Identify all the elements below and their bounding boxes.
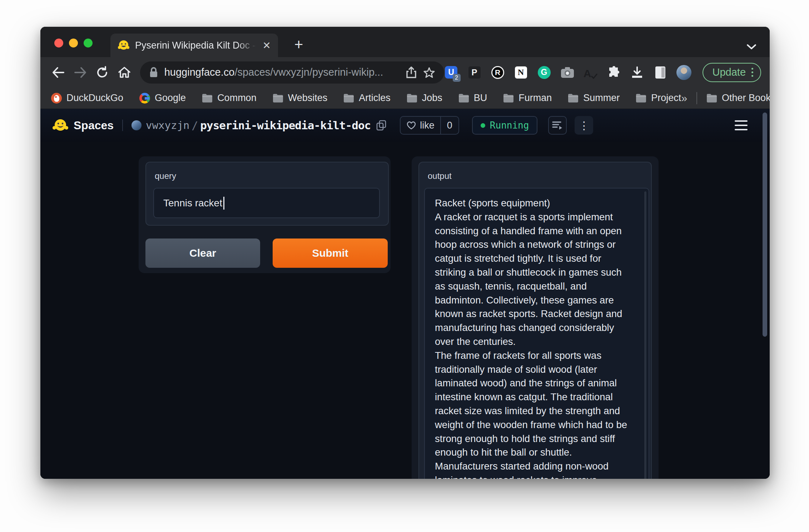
notion-extension-icon[interactable]: N: [514, 65, 528, 80]
output-textarea[interactable]: Racket (sports equipment) A racket or ra…: [424, 188, 649, 479]
bookmark-item[interactable]: Project: [636, 92, 681, 104]
new-tab-button[interactable]: +: [291, 36, 307, 53]
query-block: query Tennis racket: [145, 162, 389, 226]
r-extension-icon[interactable]: R: [491, 65, 505, 80]
font-checker-extension-icon[interactable]: A: [584, 65, 598, 80]
query-input-value: Tennis racket: [163, 197, 222, 209]
status-badge[interactable]: Running: [472, 116, 538, 135]
logs-button[interactable]: [548, 116, 567, 135]
bookmark-item[interactable]: Common: [202, 92, 257, 104]
tab-title: Pyserini Wikipedia Kilt Doc - a: [135, 40, 260, 51]
lock-icon: [149, 67, 158, 78]
hf-header: Spaces vwxyzjn / pyserini-wikipedia-kilt…: [40, 109, 770, 142]
bookmark-label: Common: [217, 92, 257, 104]
running-label: Running: [490, 120, 529, 131]
folder-icon: [458, 94, 469, 103]
other-bookmarks-label: Other Bookmarks: [722, 92, 770, 104]
owner-avatar[interactable]: [131, 120, 142, 130]
copy-name-icon[interactable]: [376, 120, 386, 131]
extensions-puzzle-icon[interactable]: [607, 65, 621, 80]
bookmark-item[interactable]: Google: [139, 92, 186, 104]
tab-close-icon[interactable]: ✕: [263, 40, 271, 51]
other-bookmarks-folder[interactable]: Other Bookmarks: [706, 92, 770, 104]
like-label: like: [420, 120, 435, 131]
hamburger-menu-icon[interactable]: [735, 120, 758, 130]
bookmarks-divider: [696, 92, 697, 104]
bookmark-label: Project: [651, 92, 681, 104]
url-path: /spaces/vwxyzjn/pyserini-wikip...: [234, 66, 383, 78]
bookmarks-overflow-chevron[interactable]: »: [681, 92, 687, 104]
folder-icon: [636, 94, 646, 103]
bookmark-item[interactable]: Websites: [273, 92, 328, 104]
bookmark-label: Websites: [288, 92, 328, 104]
bookmarks-bar: DuckDuckGoGoogleCommonWebsitesArticlesJo…: [40, 87, 770, 109]
page-scrollbar-thumb[interactable]: [763, 112, 767, 337]
like-button[interactable]: like 0: [400, 116, 459, 135]
query-panel: query Tennis racket Clear Submit: [139, 156, 391, 273]
update-label: Update: [713, 66, 746, 78]
p-extension-icon[interactable]: P: [467, 65, 482, 80]
bookmark-item[interactable]: Jobs: [407, 92, 442, 104]
url-domain: huggingface.co: [164, 66, 235, 78]
update-menu-dots-icon: [751, 68, 753, 77]
downloads-icon[interactable]: [630, 65, 644, 80]
bookmark-label: Jobs: [422, 92, 442, 104]
address-bar[interactable]: huggingface.co/spaces/vwxyzjn/pyserini-w…: [140, 61, 444, 84]
bookmark-item[interactable]: Summer: [568, 92, 620, 104]
spaces-brand[interactable]: Spaces: [74, 119, 114, 132]
more-options-button[interactable]: ⋮: [575, 116, 593, 135]
bookmark-item[interactable]: Furman: [503, 92, 552, 104]
like-count[interactable]: 0: [440, 117, 458, 134]
back-button[interactable]: [49, 63, 68, 82]
folder-icon: [568, 94, 579, 103]
header-separator: [122, 120, 123, 131]
bookmark-star-icon[interactable]: [423, 67, 435, 78]
output-text: Racket (sports equipment) A racket or ra…: [435, 196, 633, 479]
output-block: output Racket (sports equipment) A racke…: [418, 162, 652, 479]
folder-icon: [343, 94, 354, 103]
browser-window: Pyserini Wikipedia Kilt Doc - a ✕ +: [40, 27, 770, 479]
grammarly-extension-icon[interactable]: G: [537, 65, 551, 80]
folder-icon: [503, 94, 514, 103]
browser-tab[interactable]: Pyserini Wikipedia Kilt Doc - a ✕: [110, 34, 278, 57]
extension-badge: 2: [453, 74, 461, 82]
query-input[interactable]: Tennis racket: [153, 188, 380, 218]
profile-avatar[interactable]: [676, 65, 691, 80]
logs-icon: [552, 121, 563, 130]
close-window-button[interactable]: [54, 39, 63, 47]
submit-button[interactable]: Submit: [273, 239, 388, 268]
bookmark-label: Articles: [359, 92, 391, 104]
text-caret: [223, 197, 224, 210]
output-scrollbar[interactable]: [644, 191, 646, 479]
minimize-window-button[interactable]: [69, 39, 78, 47]
camera-extension-icon[interactable]: [560, 65, 575, 80]
bookmark-label: DuckDuckGo: [66, 92, 123, 104]
zoom-window-button[interactable]: [84, 39, 93, 47]
huggingface-logo-icon: [53, 118, 68, 133]
reload-button[interactable]: [93, 63, 111, 82]
gradio-app: query Tennis racket Clear Submit output …: [40, 142, 770, 479]
url-text: huggingface.co/spaces/vwxyzjn/pyserini-w…: [164, 66, 399, 78]
output-label: output: [428, 171, 452, 181]
output-panel: output Racket (sports equipment) A racke…: [412, 156, 659, 479]
heart-icon: [406, 121, 416, 130]
bookmark-item[interactable]: Articles: [343, 92, 391, 104]
space-name-link[interactable]: pyserini-wikipedia-kilt-doc: [200, 119, 371, 132]
forward-button[interactable]: [71, 63, 90, 82]
share-icon[interactable]: [406, 66, 416, 79]
window-controls: [54, 39, 93, 47]
tab-search-chevron-icon[interactable]: [745, 43, 758, 51]
password-manager-extension-icon[interactable]: U 2: [444, 65, 458, 80]
side-panel-icon[interactable]: [653, 65, 667, 80]
owner-name-link[interactable]: vwxyzjn: [146, 119, 189, 131]
bookmarks-list: DuckDuckGoGoogleCommonWebsitesArticlesJo…: [51, 92, 681, 104]
bookmark-item[interactable]: BU: [458, 92, 487, 104]
huggingface-favicon-icon: [118, 39, 130, 51]
bookmark-item[interactable]: DuckDuckGo: [51, 92, 123, 104]
update-chrome-button[interactable]: Update: [703, 63, 761, 82]
bookmark-label: Summer: [583, 92, 620, 104]
slash-separator: /: [192, 119, 198, 132]
home-button[interactable]: [115, 63, 134, 82]
clear-button[interactable]: Clear: [145, 239, 260, 268]
browser-toolbar: huggingface.co/spaces/vwxyzjn/pyserini-w…: [40, 57, 770, 87]
